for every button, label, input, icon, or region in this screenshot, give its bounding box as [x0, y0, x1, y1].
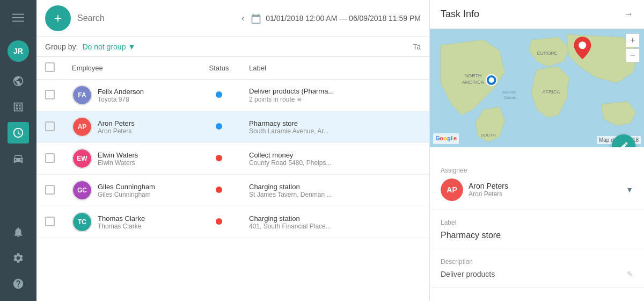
- row-label-cell: Pharmacy store South Laramie Avenue, Ar.…: [240, 111, 402, 143]
- row-checkbox[interactable]: [45, 153, 55, 163]
- sidebar-icon-bell[interactable]: [8, 221, 29, 243]
- employee-sub: Aron Peters: [98, 127, 135, 135]
- status-dot: [216, 123, 222, 130]
- employee-avatar: EW: [72, 148, 92, 169]
- table-row[interactable]: GC Giles Cunningham Giles Cunningham Cha…: [36, 175, 429, 206]
- assignee-info: Aron Peters Aron Peters: [469, 182, 620, 198]
- assignee-label: Assignee: [441, 167, 633, 174]
- label-sub: South Laramie Avenue, Ar...: [249, 127, 393, 135]
- prev-arrow[interactable]: ‹: [239, 11, 246, 25]
- group-by-select[interactable]: Do not group ▼: [82, 42, 135, 51]
- label-title: Charging station: [249, 183, 393, 191]
- user-avatar[interactable]: JR: [8, 40, 29, 62]
- table-header: Employee Status Label: [36, 57, 429, 80]
- row-checkbox-cell: [36, 175, 63, 206]
- sidebar-icon-table[interactable]: [8, 96, 29, 118]
- row-employee-cell: FA Felix Anderson Toyota 978: [63, 80, 197, 111]
- row-checkbox[interactable]: [45, 121, 55, 131]
- svg-text:o: o: [440, 135, 443, 141]
- table-row[interactable]: TC Thomas Clarke Thomas Clarke Charging …: [36, 206, 429, 238]
- edit-description-icon[interactable]: ✎: [627, 270, 633, 278]
- employee-name: Felix Anderson: [98, 88, 144, 96]
- table-row[interactable]: EW Elwin Waters Elwin Waters Collect mon…: [36, 143, 429, 175]
- panel-close-button[interactable]: →: [624, 9, 633, 20]
- svg-point-12: [489, 77, 494, 83]
- th-status: Status: [197, 57, 240, 80]
- calendar-icon: [251, 12, 261, 25]
- menu-icon[interactable]: [7, 6, 30, 32]
- search-input[interactable]: [77, 13, 233, 23]
- panel-title: Task Info: [441, 9, 479, 20]
- svg-text:g: g: [447, 135, 451, 141]
- group-by-label: Group by:: [45, 42, 78, 51]
- svg-rect-0: [12, 14, 24, 15]
- row-checkbox[interactable]: [45, 90, 55, 99]
- task-info-panel: Task Info → NORTH AMERICA EUROPE AFRIC: [429, 0, 644, 301]
- map-zoom-out[interactable]: −: [626, 48, 640, 62]
- row-checkbox-cell: [36, 80, 63, 111]
- assignee-dropdown-arrow[interactable]: ▼: [626, 185, 633, 194]
- header: + ‹ 01/01/2018 12:00 AM — 06/09/2018 11:…: [36, 0, 429, 37]
- row-checkbox[interactable]: [45, 185, 55, 195]
- sidebar-icon-gear[interactable]: [8, 247, 29, 269]
- label-title: Pharmacy store: [249, 119, 393, 127]
- date-range: 01/01/2018 12:00 AM — 06/09/2018 11:59 P…: [266, 14, 421, 23]
- svg-text:e: e: [453, 135, 457, 141]
- svg-point-13: [579, 41, 586, 49]
- toolbar: Group by: Do not group ▼ Ta: [36, 37, 429, 57]
- employee-sub: Giles Cunningham: [98, 191, 155, 198]
- panel-header: Task Info →: [430, 0, 644, 29]
- label-sub: County Road 5480, Phelps...: [249, 159, 393, 167]
- svg-text:SOUTH: SOUTH: [481, 133, 496, 138]
- employee-avatar: TC: [72, 212, 92, 232]
- sidebar-icon-clock[interactable]: [8, 122, 29, 144]
- label-section: Label Pharmacy store: [430, 210, 644, 249]
- description-row: Deliver products ✎: [441, 270, 633, 278]
- chevron-down-icon: ▼: [128, 42, 135, 51]
- select-all-checkbox[interactable]: [45, 62, 55, 72]
- add-button[interactable]: +: [45, 5, 71, 31]
- employee-avatar: GC: [72, 180, 92, 200]
- employee-name: Giles Cunningham: [98, 183, 155, 191]
- row-status-cell: [197, 143, 240, 175]
- svg-text:NORTH: NORTH: [465, 73, 482, 78]
- row-label-cell: Charging station 401, South Financial Pl…: [240, 206, 402, 238]
- row-employee-cell: TC Thomas Clarke Thomas Clarke: [63, 206, 197, 238]
- employee-name: Thomas Clarke: [98, 214, 145, 223]
- row-status-cell: [197, 206, 240, 238]
- label-sub: St James Tavern, Denman ...: [249, 191, 393, 198]
- th-extra: [402, 57, 429, 80]
- row-checkbox-cell: [36, 111, 63, 143]
- sidebar-icon-car[interactable]: [8, 148, 29, 169]
- assignee-row: AP Aron Peters Aron Peters ▼: [441, 178, 633, 201]
- label-title: Charging station: [249, 214, 393, 223]
- map-controls: + −: [626, 33, 640, 62]
- label-sub: 2 points in route ≡: [249, 95, 393, 104]
- table-row[interactable]: AP Aron Peters Aron Peters Pharmacy stor…: [36, 111, 429, 143]
- row-label-cell: Collect money County Road 5480, Phelps..…: [240, 143, 402, 175]
- svg-rect-1: [12, 17, 24, 18]
- row-checkbox[interactable]: [45, 217, 55, 226]
- employee-avatar: FA: [72, 85, 92, 105]
- table-row[interactable]: FA Felix Anderson Toyota 978 Deliver pro…: [36, 80, 429, 111]
- map-zoom-in[interactable]: +: [626, 33, 640, 47]
- label-value: Pharmacy store: [441, 231, 633, 240]
- employee-table: Employee Status Label FA Felix Anderson: [36, 57, 429, 301]
- svg-text:Ocean: Ocean: [504, 95, 516, 100]
- label-section-label: Label: [441, 219, 633, 226]
- list-icon: ≡: [297, 95, 301, 104]
- row-status-cell: [197, 175, 240, 206]
- tab-label: Ta: [413, 42, 421, 51]
- label-title: Collect money: [249, 151, 393, 159]
- assignee-sub: Aron Peters: [469, 190, 620, 198]
- description-section: Description Deliver products ✎: [430, 249, 644, 288]
- description-text: Deliver products: [441, 270, 495, 278]
- sidebar-icon-help[interactable]: [8, 273, 29, 295]
- sidebar-icon-globe[interactable]: [8, 70, 29, 92]
- status-dot: [216, 218, 222, 225]
- row-extra-cell: [402, 80, 429, 111]
- svg-text:AFRICA: AFRICA: [542, 89, 560, 95]
- row-extra-cell: [402, 175, 429, 206]
- assignee-name: Aron Peters: [469, 182, 620, 190]
- svg-text:EUROPE: EUROPE: [537, 51, 558, 56]
